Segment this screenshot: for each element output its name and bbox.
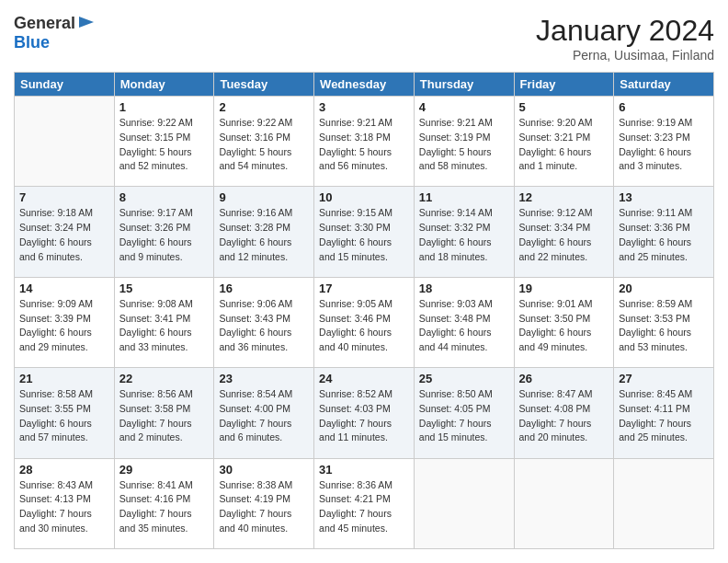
day-info: Sunrise: 9:05 AM Sunset: 3:46 PM Dayligh… [319,297,409,355]
day-number: 7 [19,190,109,204]
weekday-header-saturday: Saturday [614,73,714,97]
calendar-cell: 14Sunrise: 9:09 AM Sunset: 3:39 PM Dayli… [15,277,115,367]
day-number: 2 [219,100,309,114]
day-number: 24 [319,372,409,385]
calendar-cell: 9Sunrise: 9:16 AM Sunset: 3:28 PM Daylig… [214,187,314,277]
day-info: Sunrise: 9:21 AM Sunset: 3:18 PM Dayligh… [319,116,409,174]
calendar-cell: 31Sunrise: 8:36 AM Sunset: 4:21 PM Dayli… [314,458,415,548]
day-info: Sunrise: 8:43 AM Sunset: 4:13 PM Dayligh… [19,478,109,536]
day-info: Sunrise: 9:06 AM Sunset: 3:43 PM Dayligh… [219,297,309,355]
day-info: Sunrise: 9:17 AM Sunset: 3:26 PM Dayligh… [119,206,210,264]
day-number: 23 [219,372,309,385]
calendar-cell: 6Sunrise: 9:19 AM Sunset: 3:23 PM Daylig… [614,97,714,187]
logo-flag-icon [77,15,96,33]
day-number: 5 [519,100,609,114]
calendar-cell: 13Sunrise: 9:11 AM Sunset: 3:36 PM Dayli… [614,187,714,277]
calendar-cell: 23Sunrise: 8:54 AM Sunset: 4:00 PM Dayli… [214,368,314,458]
svg-marker-0 [79,17,94,28]
weekday-header-thursday: Thursday [414,73,514,97]
logo-general-text: General [14,14,75,33]
calendar-cell: 29Sunrise: 8:41 AM Sunset: 4:16 PM Dayli… [114,458,214,548]
day-number: 15 [119,282,210,295]
day-number: 3 [319,100,409,114]
day-info: Sunrise: 9:01 AM Sunset: 3:50 PM Dayligh… [519,297,609,355]
calendar-cell: 8Sunrise: 9:17 AM Sunset: 3:26 PM Daylig… [114,187,214,277]
day-info: Sunrise: 8:54 AM Sunset: 4:00 PM Dayligh… [219,387,309,445]
calendar-cell: 21Sunrise: 8:58 AM Sunset: 3:55 PM Dayli… [15,368,115,458]
day-number: 18 [419,282,509,295]
day-number: 13 [619,190,709,204]
title-section: January 2024 Perna, Uusimaa, Finland [536,14,714,63]
location-subtitle: Perna, Uusimaa, Finland [536,48,714,63]
day-number: 30 [219,463,309,477]
day-info: Sunrise: 8:36 AM Sunset: 4:21 PM Dayligh… [319,478,409,536]
day-number: 11 [419,190,509,204]
calendar-cell: 5Sunrise: 9:20 AM Sunset: 3:21 PM Daylig… [514,97,614,187]
calendar-cell: 22Sunrise: 8:56 AM Sunset: 3:58 PM Dayli… [114,368,214,458]
week-row-5: 28Sunrise: 8:43 AM Sunset: 4:13 PM Dayli… [15,458,714,548]
calendar-cell: 27Sunrise: 8:45 AM Sunset: 4:11 PM Dayli… [614,368,714,458]
calendar-cell: 12Sunrise: 9:12 AM Sunset: 3:34 PM Dayli… [514,187,614,277]
day-info: Sunrise: 9:14 AM Sunset: 3:32 PM Dayligh… [419,206,509,264]
week-row-1: 1Sunrise: 9:22 AM Sunset: 3:15 PM Daylig… [15,97,714,187]
day-info: Sunrise: 9:16 AM Sunset: 3:28 PM Dayligh… [219,206,309,264]
weekday-header-wednesday: Wednesday [314,73,415,97]
day-info: Sunrise: 8:41 AM Sunset: 4:16 PM Dayligh… [119,478,210,536]
day-info: Sunrise: 8:58 AM Sunset: 3:55 PM Dayligh… [19,387,109,445]
logo: General Blue [14,14,96,52]
weekday-header-row: SundayMondayTuesdayWednesdayThursdayFrid… [15,73,714,97]
weekday-header-monday: Monday [114,73,214,97]
weekday-header-tuesday: Tuesday [214,73,314,97]
day-info: Sunrise: 9:12 AM Sunset: 3:34 PM Dayligh… [519,206,609,264]
day-info: Sunrise: 8:50 AM Sunset: 4:05 PM Dayligh… [419,387,509,445]
calendar-cell [514,458,614,548]
day-number: 4 [419,100,509,114]
day-info: Sunrise: 9:19 AM Sunset: 3:23 PM Dayligh… [619,116,709,174]
calendar-cell: 19Sunrise: 9:01 AM Sunset: 3:50 PM Dayli… [514,277,614,367]
page: General Blue January 2024 Perna, Uusimaa… [0,0,728,563]
day-info: Sunrise: 9:11 AM Sunset: 3:36 PM Dayligh… [619,206,709,264]
calendar-cell: 25Sunrise: 8:50 AM Sunset: 4:05 PM Dayli… [414,368,514,458]
day-number: 28 [19,463,109,477]
day-number: 16 [219,282,309,295]
calendar-cell [15,97,115,187]
day-number: 1 [119,100,210,114]
calendar-cell [614,458,714,548]
day-info: Sunrise: 9:18 AM Sunset: 3:24 PM Dayligh… [19,206,109,264]
day-info: Sunrise: 9:22 AM Sunset: 3:15 PM Dayligh… [119,116,210,174]
day-number: 8 [119,190,210,204]
day-number: 14 [19,282,109,295]
day-info: Sunrise: 9:15 AM Sunset: 3:30 PM Dayligh… [319,206,409,264]
calendar-cell: 28Sunrise: 8:43 AM Sunset: 4:13 PM Dayli… [15,458,115,548]
week-row-4: 21Sunrise: 8:58 AM Sunset: 3:55 PM Dayli… [15,368,714,458]
day-info: Sunrise: 8:52 AM Sunset: 4:03 PM Dayligh… [319,387,409,445]
day-info: Sunrise: 8:59 AM Sunset: 3:53 PM Dayligh… [619,297,709,355]
day-number: 27 [619,372,709,385]
day-info: Sunrise: 9:09 AM Sunset: 3:39 PM Dayligh… [19,297,109,355]
day-info: Sunrise: 8:56 AM Sunset: 3:58 PM Dayligh… [119,387,210,445]
calendar-cell [414,458,514,548]
month-title: January 2024 [536,14,714,48]
calendar-cell: 26Sunrise: 8:47 AM Sunset: 4:08 PM Dayli… [514,368,614,458]
day-number: 20 [619,282,709,295]
day-number: 29 [119,463,210,477]
calendar-cell: 30Sunrise: 8:38 AM Sunset: 4:19 PM Dayli… [214,458,314,548]
calendar-cell: 16Sunrise: 9:06 AM Sunset: 3:43 PM Dayli… [214,277,314,367]
calendar-cell: 17Sunrise: 9:05 AM Sunset: 3:46 PM Dayli… [314,277,415,367]
calendar-cell: 4Sunrise: 9:21 AM Sunset: 3:19 PM Daylig… [414,97,514,187]
day-info: Sunrise: 9:20 AM Sunset: 3:21 PM Dayligh… [519,116,609,174]
week-row-2: 7Sunrise: 9:18 AM Sunset: 3:24 PM Daylig… [15,187,714,277]
day-number: 9 [219,190,309,204]
calendar-cell: 7Sunrise: 9:18 AM Sunset: 3:24 PM Daylig… [15,187,115,277]
weekday-header-sunday: Sunday [15,73,115,97]
day-info: Sunrise: 9:08 AM Sunset: 3:41 PM Dayligh… [119,297,210,355]
calendar-cell: 1Sunrise: 9:22 AM Sunset: 3:15 PM Daylig… [114,97,214,187]
calendar-cell: 24Sunrise: 8:52 AM Sunset: 4:03 PM Dayli… [314,368,415,458]
day-info: Sunrise: 8:45 AM Sunset: 4:11 PM Dayligh… [619,387,709,445]
day-number: 26 [519,372,609,385]
day-info: Sunrise: 9:22 AM Sunset: 3:16 PM Dayligh… [219,116,309,174]
week-row-3: 14Sunrise: 9:09 AM Sunset: 3:39 PM Dayli… [15,277,714,367]
calendar-cell: 18Sunrise: 9:03 AM Sunset: 3:48 PM Dayli… [414,277,514,367]
header: General Blue January 2024 Perna, Uusimaa… [14,14,714,63]
calendar-table: SundayMondayTuesdayWednesdayThursdayFrid… [14,72,714,549]
